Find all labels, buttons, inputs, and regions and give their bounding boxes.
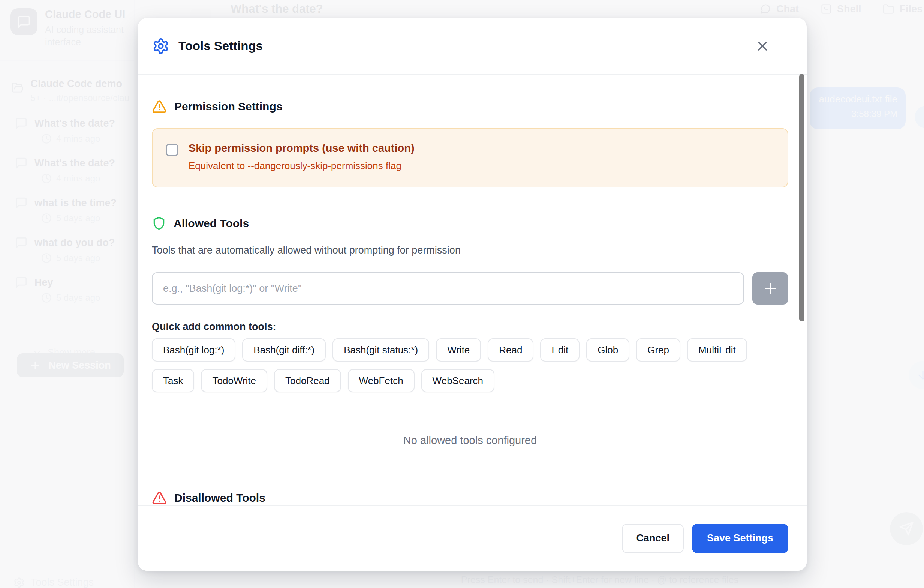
tools-settings-modal: Tools Settings Permission Settings Skip … bbox=[138, 18, 807, 571]
allowed-tools-empty-state: No allowed tools configured bbox=[152, 434, 788, 448]
screen: Claude Code UI AI coding assistant inter… bbox=[0, 0, 924, 588]
quick-tool-button[interactable]: Glob bbox=[586, 338, 629, 362]
quick-tool-button[interactable]: MultiEdit bbox=[687, 338, 747, 362]
modal-header: Tools Settings bbox=[138, 18, 807, 75]
allowed-tool-input[interactable] bbox=[152, 272, 744, 304]
gear-icon bbox=[152, 38, 170, 55]
quick-tool-button[interactable]: Bash(git log:*) bbox=[152, 338, 235, 362]
warning-triangle-icon bbox=[152, 99, 167, 114]
skip-permissions-checkbox[interactable] bbox=[166, 144, 178, 156]
quick-tool-button[interactable]: TodoWrite bbox=[201, 369, 267, 392]
cancel-button[interactable]: Cancel bbox=[622, 524, 684, 553]
alert-triangle-icon bbox=[152, 491, 167, 505]
plus-icon bbox=[762, 280, 779, 297]
quick-tool-button[interactable]: Task bbox=[152, 369, 194, 392]
modal-body: Permission Settings Skip permission prom… bbox=[138, 75, 807, 505]
add-tool-button[interactable] bbox=[752, 272, 788, 304]
permission-settings-heading: Permission Settings bbox=[152, 98, 788, 115]
modal-title: Tools Settings bbox=[178, 39, 753, 53]
quick-tool-button[interactable]: Bash(git diff:*) bbox=[242, 338, 326, 362]
modal-scrollbar-thumb[interactable] bbox=[799, 74, 804, 321]
modal-footer: Cancel Save Settings bbox=[138, 505, 807, 571]
disallowed-tools-heading: Disallowed Tools bbox=[152, 490, 788, 505]
add-tool-row bbox=[152, 272, 788, 304]
save-settings-button[interactable]: Save Settings bbox=[692, 524, 788, 553]
allowed-tools-heading: Allowed Tools bbox=[152, 215, 788, 232]
quick-tool-button[interactable]: Bash(git status:*) bbox=[332, 338, 429, 362]
skip-permissions-panel: Skip permission prompts (use with cautio… bbox=[152, 128, 788, 188]
quick-tool-button[interactable]: WebFetch bbox=[348, 369, 414, 392]
quick-tools-list: Bash(git log:*) Bash(git diff:*) Bash(gi… bbox=[152, 338, 788, 392]
allowed-tools-description: Tools that are automatically allowed wit… bbox=[152, 244, 788, 257]
quick-tool-button[interactable]: Edit bbox=[540, 338, 579, 362]
skip-permissions-label: Skip permission prompts (use with cautio… bbox=[188, 142, 414, 155]
quick-tool-button[interactable]: Read bbox=[488, 338, 533, 362]
close-icon bbox=[755, 39, 770, 54]
shield-icon bbox=[152, 216, 166, 231]
close-button[interactable] bbox=[753, 36, 772, 56]
quick-tool-button[interactable]: TodoRead bbox=[274, 369, 341, 392]
skip-permissions-description: Equivalent to --dangerously-skip-permiss… bbox=[188, 160, 414, 172]
quick-tool-button[interactable]: WebSearch bbox=[421, 369, 494, 392]
quick-add-label: Quick add common tools: bbox=[152, 321, 788, 334]
quick-tool-button[interactable]: Write bbox=[436, 338, 481, 362]
quick-tool-button[interactable]: Grep bbox=[636, 338, 680, 362]
